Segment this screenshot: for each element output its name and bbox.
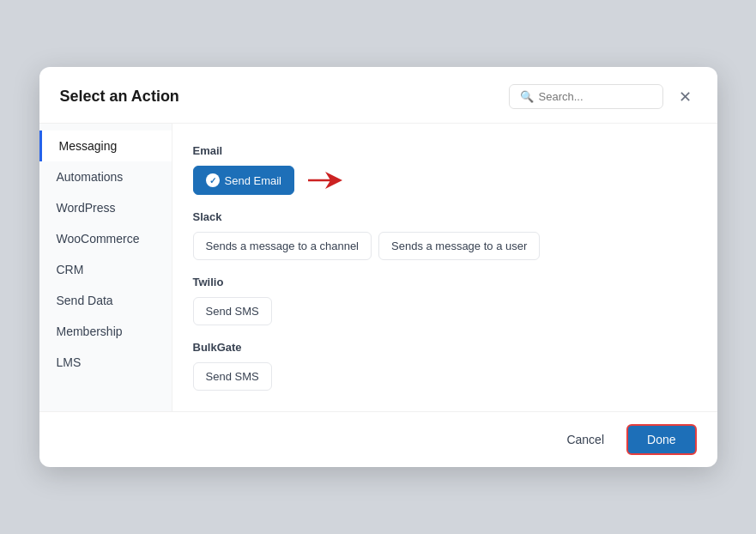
sidebar-item-automations[interactable]: Automations: [39, 161, 172, 192]
close-button[interactable]: ✕: [674, 86, 697, 108]
section-label-slack: Slack: [193, 210, 697, 223]
modal-header: Select an Action 🔍 ✕: [39, 67, 717, 124]
search-icon: 🔍: [520, 90, 534, 103]
checkmark-icon: [206, 173, 220, 187]
modal: Select an Action 🔍 ✕ Messaging Automatio…: [39, 67, 717, 467]
done-button[interactable]: Done: [626, 424, 696, 455]
sidebar-item-woocommerce[interactable]: WooCommerce: [39, 223, 172, 254]
sidebar-item-messaging[interactable]: Messaging: [39, 130, 172, 161]
email-actions: Send Email: [193, 166, 697, 195]
slack-actions: Sends a message to a channel Sends a mes…: [193, 232, 697, 260]
modal-title: Select an Action: [60, 88, 179, 106]
section-label-twilio: Twilio: [193, 276, 697, 288]
twilio-sms-button[interactable]: Send SMS: [193, 297, 272, 325]
sidebar-item-senddata[interactable]: Send Data: [39, 285, 172, 316]
sidebar-item-crm[interactable]: CRM: [39, 254, 172, 285]
send-email-label: Send Email: [225, 174, 281, 187]
sidebar-item-lms[interactable]: LMS: [39, 347, 172, 378]
svg-marker-0: [308, 172, 342, 189]
send-email-button[interactable]: Send Email: [193, 166, 294, 195]
search-input[interactable]: [539, 90, 652, 103]
sidebar-item-wordpress[interactable]: WordPress: [39, 192, 172, 223]
modal-body: Messaging Automations WordPress WooComme…: [39, 124, 717, 411]
slack-channel-button[interactable]: Sends a message to a channel: [193, 232, 372, 260]
twilio-actions: Send SMS: [193, 297, 697, 325]
sidebar-item-membership[interactable]: Membership: [39, 316, 172, 347]
cancel-button[interactable]: Cancel: [554, 426, 616, 453]
modal-footer: Cancel Done: [39, 411, 717, 467]
section-label-bulkgate: BulkGate: [193, 341, 697, 354]
arrow-indicator: [308, 166, 342, 195]
search-box: 🔍: [509, 84, 663, 109]
header-right: 🔍 ✕: [509, 84, 697, 109]
slack-user-button[interactable]: Sends a message to a user: [378, 232, 540, 260]
sidebar: Messaging Automations WordPress WooComme…: [39, 124, 172, 411]
section-label-email: Email: [193, 144, 697, 157]
content-area: Email Send Email Slack Sends a message t…: [172, 124, 717, 411]
bulkgate-sms-button[interactable]: Send SMS: [193, 362, 272, 391]
bulkgate-actions: Send SMS: [193, 362, 697, 391]
